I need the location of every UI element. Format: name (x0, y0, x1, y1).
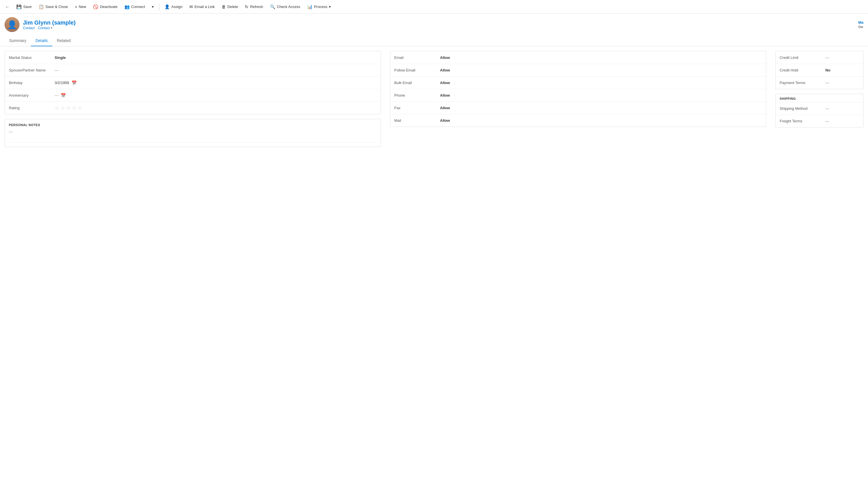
personal-notes-value[interactable]: --- (9, 129, 377, 134)
anniversary-calendar-icon[interactable]: 📅 (61, 93, 66, 98)
connect-button[interactable]: 👥 Connect (122, 3, 148, 11)
personal-notes-section: PERSONAL NOTES --- (4, 119, 381, 147)
check-access-button[interactable]: 🔍 Check Access (267, 3, 303, 11)
left-column: Marital Status Single Spouse/Partner Nam… (0, 46, 385, 152)
mail-pref-value[interactable]: Allow (440, 118, 762, 123)
birthday-field: Birthday 3/2/1959 📅 (5, 76, 381, 89)
marital-status-value[interactable]: Single (55, 56, 377, 60)
phone-pref-field: Phone Allow (391, 89, 766, 102)
follow-email-field: Follow Email Allow (391, 64, 766, 76)
connect-icon: 👥 (124, 4, 130, 10)
tab-summary[interactable]: Summary (4, 35, 31, 46)
rating-stars[interactable]: ☆ ☆ ☆ ☆ ☆ (55, 105, 377, 111)
new-icon: + (75, 4, 77, 9)
shipping-section-title: SHIPPING (776, 94, 863, 102)
notes-divider (9, 142, 377, 143)
save-button[interactable]: 💾 Save (13, 3, 35, 11)
connect-dropdown-icon: ▾ (152, 4, 154, 9)
back-button[interactable]: ← (2, 3, 12, 11)
rating-stars-container[interactable]: ☆ ☆ ☆ ☆ ☆ (55, 105, 377, 111)
middle-column: Email Allow Follow Email Allow Bulk Emai… (385, 46, 771, 152)
process-icon: 📊 (307, 4, 313, 10)
fax-pref-label: Fax (394, 106, 440, 110)
connect-dropdown-button[interactable]: ▾ (149, 3, 157, 11)
back-icon: ← (5, 4, 10, 9)
credit-limit-label: Credit Limit (780, 56, 825, 60)
fax-pref-field: Fax Allow (391, 102, 766, 114)
refresh-button[interactable]: ↻ Refresh (242, 3, 266, 11)
anniversary-label: Anniversary (9, 93, 55, 97)
email-link-icon: ✉ (189, 4, 193, 10)
shipping-method-label: Shipping Method (780, 106, 825, 111)
rating-label: Rating (9, 106, 55, 110)
breadcrumb-chevron-icon[interactable]: ▾ (51, 26, 52, 29)
payment-terms-value[interactable]: --- (825, 81, 859, 85)
email-link-button[interactable]: ✉ Email a Link (186, 3, 218, 11)
refresh-icon: ↻ (245, 4, 248, 10)
payment-terms-field: Payment Terms --- (776, 76, 863, 89)
credit-limit-value[interactable]: --- (825, 56, 859, 60)
birthday-calendar-icon[interactable]: 📅 (72, 80, 77, 86)
shipping-section: SHIPPING Shipping Method --- Freight Ter… (775, 94, 864, 127)
record-name: Jim Glynn (sample) (23, 19, 76, 26)
breadcrumb-link[interactable]: Contact (38, 26, 50, 30)
save-icon: 💾 (16, 4, 22, 10)
shipping-method-value[interactable]: --- (825, 106, 859, 111)
star-3[interactable]: ☆ (66, 105, 71, 111)
header-breadcrumb: Contact · Contact ▾ (23, 26, 76, 30)
tabs-bar: Summary Details Related (0, 35, 868, 46)
star-1[interactable]: ☆ (55, 105, 59, 111)
spouse-label: Spouse/Partner Name (9, 68, 55, 72)
birthday-label: Birthday (9, 81, 55, 85)
follow-email-label: Follow Email (394, 68, 440, 72)
payment-terms-label: Payment Terms (780, 81, 825, 85)
header-right-user: Ma Ow (858, 20, 864, 29)
spouse-field: Spouse/Partner Name --- (5, 64, 381, 76)
new-button[interactable]: + New (72, 3, 89, 11)
spouse-value[interactable]: --- (55, 68, 377, 72)
freight-terms-field: Freight Terms --- (776, 115, 863, 127)
marital-status-label: Marital Status (9, 56, 55, 60)
shipping-method-field: Shipping Method --- (776, 102, 863, 115)
deactivate-icon: 🚫 (93, 4, 98, 10)
credit-hold-label: Credit Hold (780, 68, 825, 72)
freight-terms-label: Freight Terms (780, 119, 825, 123)
process-dropdown-icon: ▾ (329, 4, 331, 9)
email-pref-field: Email Allow (391, 51, 766, 64)
entity-type-link[interactable]: Contact (23, 26, 35, 30)
personal-info-section: Marital Status Single Spouse/Partner Nam… (4, 51, 381, 114)
star-4[interactable]: ☆ (72, 105, 76, 111)
anniversary-field: Anniversary --- 📅 (5, 89, 381, 102)
phone-pref-value[interactable]: Allow (440, 93, 762, 97)
deactivate-button[interactable]: 🚫 Deactivate (90, 3, 120, 11)
birthday-value[interactable]: 3/2/1959 📅 (55, 80, 377, 86)
process-button[interactable]: 📊 Process ▾ (304, 3, 334, 11)
toolbar: ← 💾 Save 📋 Save & Close + New 🚫 Deactiva… (0, 0, 868, 14)
tab-related[interactable]: Related (52, 35, 75, 46)
record-header: 👤 Jim Glynn (sample) Contact · Contact ▾… (0, 14, 868, 35)
credit-hold-field: Credit Hold No (776, 64, 863, 76)
save-close-button[interactable]: 📋 Save & Close (36, 3, 71, 11)
save-close-icon: 📋 (39, 4, 44, 10)
credit-hold-value[interactable]: No (825, 68, 859, 72)
email-pref-value[interactable]: Allow (440, 56, 762, 60)
star-5[interactable]: ☆ (77, 105, 82, 111)
assign-icon: 👤 (165, 4, 170, 10)
delete-icon: 🗑 (222, 4, 226, 9)
header-info: Jim Glynn (sample) Contact · Contact ▾ (23, 19, 76, 30)
avatar-image: 👤 (4, 17, 19, 32)
mail-pref-field: Mail Allow (391, 114, 766, 127)
anniversary-value[interactable]: --- 📅 (55, 93, 377, 98)
contact-preferences-section: Email Allow Follow Email Allow Bulk Emai… (390, 51, 766, 127)
star-2[interactable]: ☆ (60, 105, 65, 111)
freight-terms-value[interactable]: --- (825, 119, 859, 123)
assign-button[interactable]: 👤 Assign (162, 3, 185, 11)
personal-notes-title: PERSONAL NOTES (9, 123, 377, 127)
marital-status-field: Marital Status Single (5, 51, 381, 64)
tab-details[interactable]: Details (31, 35, 52, 46)
credit-limit-field: Credit Limit --- (776, 51, 863, 64)
bulk-email-value[interactable]: Allow (440, 81, 762, 85)
follow-email-value[interactable]: Allow (440, 68, 762, 72)
fax-pref-value[interactable]: Allow (440, 106, 762, 110)
delete-button[interactable]: 🗑 Delete (219, 3, 241, 11)
